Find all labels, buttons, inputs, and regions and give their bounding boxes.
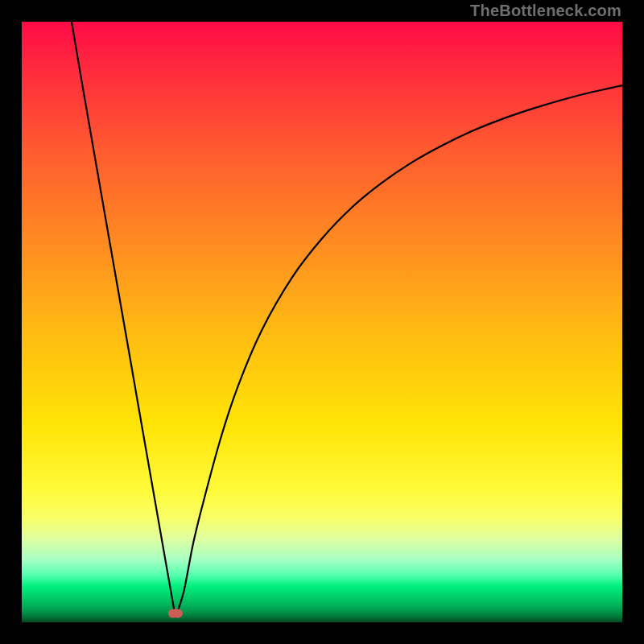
bottleneck-curve [22,22,622,622]
plot-area [22,22,622,622]
attribution-text: TheBottleneck.com [470,2,621,20]
chart-frame: TheBottleneck.com [0,0,644,644]
minimum-marker [168,609,183,617]
